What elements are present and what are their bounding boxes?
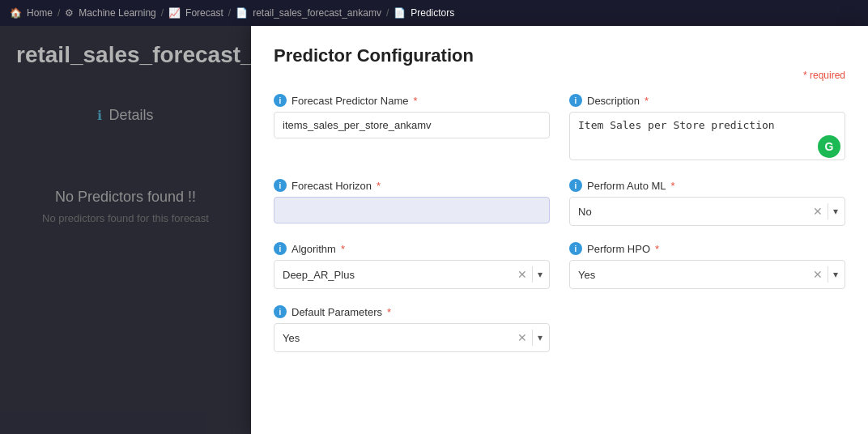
default-params-divider [532, 330, 533, 346]
breadcrumb-ml[interactable]: Machine Learning [79, 7, 155, 19]
predictor-name-info-icon[interactable]: i [274, 94, 287, 107]
ml-icon: ⚙ [65, 7, 74, 19]
description-label: i Description * [569, 94, 845, 107]
algorithm-group: i Algorithm * Deep_AR_Plus ✕ ▾ [274, 242, 550, 289]
modal-title: Predictor Configuration [274, 45, 845, 66]
file-icon-2: 📄 [394, 7, 406, 19]
breadcrumb-sep-1: / [57, 7, 60, 19]
hpo-info-icon[interactable]: i [569, 242, 582, 255]
hpo-clear-icon[interactable]: ✕ [810, 268, 826, 281]
description-input-wrapper: G [569, 112, 845, 163]
default-params-select[interactable]: Yes ✕ ▾ [274, 323, 550, 352]
grammarly-button[interactable]: G [818, 135, 840, 158]
required-note: * required [274, 70, 845, 81]
description-textarea[interactable] [569, 112, 845, 160]
auto-ml-group: i Perform Auto ML * No ✕ ▾ [569, 179, 845, 226]
form-grid: i Forecast Predictor Name * i Descriptio… [274, 94, 845, 352]
default-params-info-icon[interactable]: i [274, 305, 287, 318]
file-icon-1: 📄 [236, 7, 248, 19]
predictor-name-input-wrapper [274, 112, 550, 138]
home-icon: 🏠 [10, 7, 22, 19]
algorithm-required: * [341, 243, 345, 255]
predictor-name-group: i Forecast Predictor Name * [274, 94, 550, 163]
algorithm-label: i Algorithm * [274, 242, 550, 255]
hpo-arrow-icon[interactable]: ▾ [830, 269, 841, 280]
default-params-clear-icon[interactable]: ✕ [514, 331, 530, 344]
hpo-divider [828, 266, 828, 283]
breadcrumb-home[interactable]: Home [27, 7, 53, 19]
forecast-horizon-input[interactable]: 6 [274, 197, 550, 223]
predictor-name-input[interactable] [274, 112, 550, 138]
breadcrumb-predictors[interactable]: Predictors [411, 7, 454, 19]
description-info-icon[interactable]: i [569, 94, 582, 107]
predictor-config-modal: Predictor Configuration * required i For… [251, 26, 868, 434]
auto-ml-value: No [573, 206, 810, 218]
hpo-required: * [655, 243, 659, 255]
hpo-select[interactable]: Yes ✕ ▾ [569, 260, 845, 289]
default-params-label: i Default Parameters * [274, 305, 550, 318]
forecast-horizon-label: i Forecast Horizon * [274, 179, 550, 192]
predictor-name-required: * [414, 95, 418, 107]
algorithm-arrow-icon[interactable]: ▾ [534, 269, 546, 280]
breadcrumb-sep-2: / [161, 7, 164, 19]
algorithm-select[interactable]: Deep_AR_Plus ✕ ▾ [274, 260, 550, 289]
algorithm-value: Deep_AR_Plus [278, 269, 514, 281]
description-group: i Description * G [569, 94, 845, 163]
auto-ml-clear-icon[interactable]: ✕ [810, 205, 826, 218]
auto-ml-info-icon[interactable]: i [569, 179, 582, 192]
horizon-required: * [377, 180, 381, 192]
auto-ml-required: * [671, 180, 675, 192]
default-params-required: * [387, 306, 391, 318]
hpo-value: Yes [573, 269, 810, 281]
auto-ml-arrow-icon[interactable]: ▾ [830, 206, 841, 217]
breadcrumb-bar: 🏠 Home / ⚙ Machine Learning / 📈 Forecast… [0, 0, 868, 26]
auto-ml-label: i Perform Auto ML * [569, 179, 845, 192]
breadcrumb-file[interactable]: retail_sales_forecast_ankamv [253, 7, 381, 19]
breadcrumb-sep-4: / [386, 7, 389, 19]
horizon-info-icon[interactable]: i [274, 179, 287, 192]
breadcrumb-sep-3: / [228, 7, 231, 19]
hpo-label: i Perform HPO * [569, 242, 845, 255]
algorithm-divider [532, 266, 533, 283]
forecast-horizon-group: i Forecast Horizon * 6 [274, 179, 550, 226]
auto-ml-select[interactable]: No ✕ ▾ [569, 197, 845, 226]
breadcrumb-forecast[interactable]: Forecast [185, 7, 223, 19]
algorithm-info-icon[interactable]: i [274, 242, 287, 255]
hpo-group: i Perform HPO * Yes ✕ ▾ [569, 242, 845, 289]
forecast-icon: 📈 [168, 7, 181, 19]
default-params-value: Yes [278, 332, 514, 344]
auto-ml-divider [828, 203, 828, 219]
default-params-arrow-icon[interactable]: ▾ [534, 332, 546, 343]
description-required: * [645, 95, 649, 107]
algorithm-clear-icon[interactable]: ✕ [514, 268, 530, 281]
default-params-group: i Default Parameters * Yes ✕ ▾ [274, 305, 550, 352]
predictor-name-label: i Forecast Predictor Name * [274, 94, 550, 107]
